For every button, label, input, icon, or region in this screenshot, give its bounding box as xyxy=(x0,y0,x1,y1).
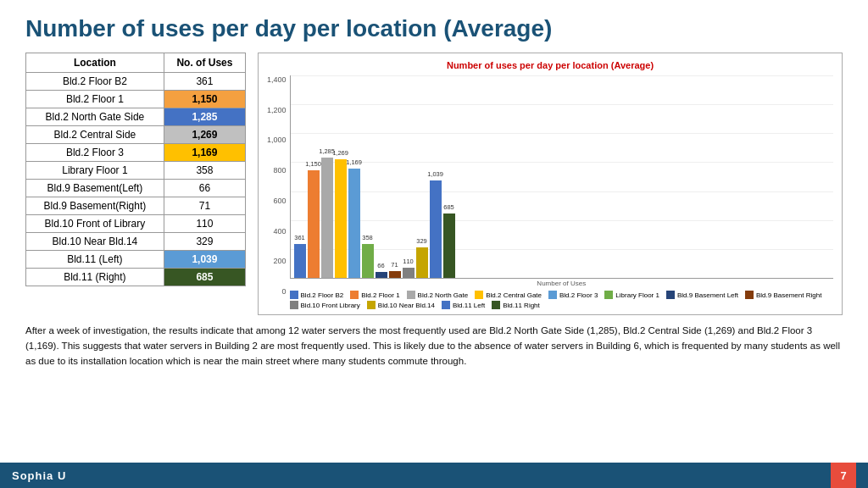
y-axis-label: 1,000 xyxy=(267,136,287,144)
bar-value-label: 1,039 xyxy=(427,170,443,178)
bar-value-label: 1,269 xyxy=(332,149,348,157)
col-uses: No. of Uses xyxy=(164,53,245,73)
bar-group: 1,150 xyxy=(308,170,320,278)
bar-group: 71 xyxy=(389,271,401,278)
table-cell-location: Bld.2 Floor 1 xyxy=(26,91,164,108)
table-cell-value: 1,269 xyxy=(164,126,245,144)
bar: 329 xyxy=(416,247,428,278)
legend-color xyxy=(367,301,376,309)
table-cell-value: 361 xyxy=(164,73,245,91)
bar: 66 xyxy=(376,272,387,278)
legend-item: Bld.2 Floor 1 xyxy=(350,291,399,299)
bar: 1,285 xyxy=(321,158,333,278)
col-location: Location xyxy=(26,53,164,73)
footer-logo: Sophia U xyxy=(12,469,66,482)
bars-area: 3611,1501,2851,2691,16935866711103291,03… xyxy=(290,75,833,279)
page-container: Number of uses per day per location (Ave… xyxy=(0,0,868,488)
table-cell-location: Library Floor 1 xyxy=(26,162,164,180)
legend-area: Bld.2 Floor B2Bld.2 Floor 1Bld.2 North G… xyxy=(290,291,833,309)
bar-group: 329 xyxy=(416,247,428,278)
table-cell-value: 358 xyxy=(164,162,245,180)
body-paragraph: After a week of investigation, the resul… xyxy=(25,324,843,369)
table-cell-location: Bld.10 Near Bld.14 xyxy=(26,233,164,251)
bar: 358 xyxy=(362,244,374,278)
y-axis-label: 1,400 xyxy=(267,75,287,84)
chart-title: Number of uses per day per location (Ave… xyxy=(267,60,833,70)
legend-label: Bld.10 Front Library xyxy=(301,302,360,309)
table-cell-value: 1,285 xyxy=(164,108,245,126)
legend-item: Bld.2 North Gate xyxy=(407,291,469,299)
table-cell-value: 110 xyxy=(164,215,245,233)
bar-group: 1,285 xyxy=(321,158,333,278)
bar-value-label: 66 xyxy=(377,262,384,269)
legend-item: Bld.11 Left xyxy=(442,301,485,309)
legend-label: Bld.2 North Gate xyxy=(418,291,469,299)
table-cell-value: 1,150 xyxy=(164,91,245,108)
y-axis-label: 0 xyxy=(282,287,287,296)
bar-value-label: 685 xyxy=(443,203,454,211)
bar-value-label: 1,150 xyxy=(305,160,321,168)
legend-label: Bld.2 Floor B2 xyxy=(301,291,344,299)
y-axis-label: 800 xyxy=(274,166,287,175)
y-axis-label: 400 xyxy=(274,227,287,236)
bar-group: 685 xyxy=(443,214,455,278)
legend-color xyxy=(475,291,483,299)
table-cell-location: Bld.10 Front of Library xyxy=(26,215,164,233)
bar-value-label: 110 xyxy=(403,258,414,265)
legend-item: Bld.9 Basement Left xyxy=(666,291,738,299)
table-cell-location: Bld.2 North Gate Side xyxy=(26,108,164,126)
legend-item: Bld.9 Basement Right xyxy=(745,291,821,299)
footer: Sophia U 7 xyxy=(0,463,868,488)
chart-body: 1,4001,2001,0008006004002000 3611,1501,2… xyxy=(267,75,833,309)
page-number: 7 xyxy=(831,463,856,488)
bar-group: 66 xyxy=(376,272,387,278)
table-cell-value: 1,039 xyxy=(164,251,245,269)
bar-group: 1,039 xyxy=(430,180,442,278)
data-table: Location No. of Uses Bld.2 Floor B2361Bl… xyxy=(25,53,246,286)
legend-label: Bld.9 Basement Left xyxy=(677,291,738,299)
legend-item: Bld.10 Front Library xyxy=(290,301,360,309)
content-area: Location No. of Uses Bld.2 Floor B2361Bl… xyxy=(25,53,843,315)
legend-item: Bld.10 Near Bld.14 xyxy=(367,301,435,309)
bar: 71 xyxy=(389,271,401,278)
legend-color xyxy=(745,291,754,299)
bar: 361 xyxy=(294,244,306,278)
legend-color xyxy=(604,291,613,299)
bar: 1,269 xyxy=(335,159,347,278)
bar-group: 361 xyxy=(294,244,306,278)
y-axis-label: 600 xyxy=(274,197,287,205)
table-cell-value: 71 xyxy=(164,197,245,215)
legend-label: Bld.10 Near Bld.14 xyxy=(378,302,435,309)
bar: 685 xyxy=(443,214,455,278)
bar: 1,039 xyxy=(430,180,442,278)
bar-value-label: 1,169 xyxy=(346,158,362,166)
legend-label: Bld.11 Right xyxy=(503,302,540,309)
table-cell-location: Bld.11 (Right) xyxy=(26,269,164,286)
legend-color xyxy=(442,301,450,309)
y-axis-label: 200 xyxy=(274,257,287,265)
bar: 1,150 xyxy=(308,170,320,278)
bar-value-label: 361 xyxy=(294,234,305,241)
table-cell-value: 66 xyxy=(164,180,245,197)
chart-main: 3611,1501,2851,2691,16935866711103291,03… xyxy=(290,75,833,309)
legend-color xyxy=(548,291,557,299)
legend-label: Bld.2 Floor 1 xyxy=(361,291,399,299)
chart-container: Number of uses per day per location (Ave… xyxy=(258,53,843,315)
table-cell-value: 329 xyxy=(164,233,245,251)
table-cell-location: Bld.2 Floor 3 xyxy=(26,144,164,162)
bar-value-label: 329 xyxy=(416,237,427,245)
bar-value-label: 71 xyxy=(391,261,398,269)
y-axis: 1,4001,2001,0008006004002000 xyxy=(267,75,290,309)
table-cell-location: Bld.9 Basement(Left) xyxy=(26,180,164,197)
bar-group: 110 xyxy=(403,268,415,278)
bar-value-label: 358 xyxy=(362,234,373,241)
legend-label: Bld.9 Basement Right xyxy=(756,291,821,299)
bar-group: 358 xyxy=(362,244,374,278)
legend-item: Bld.11 Right xyxy=(492,301,540,309)
legend-label: Bld.2 Floor 3 xyxy=(559,291,598,299)
table-cell-location: Bld.2 Floor B2 xyxy=(26,73,164,91)
legend-label: Library Floor 1 xyxy=(615,291,659,299)
legend-color xyxy=(350,291,359,299)
table-cell-location: Bld.2 Central Side xyxy=(26,126,164,144)
x-axis-label: Number of Uses xyxy=(290,280,833,287)
